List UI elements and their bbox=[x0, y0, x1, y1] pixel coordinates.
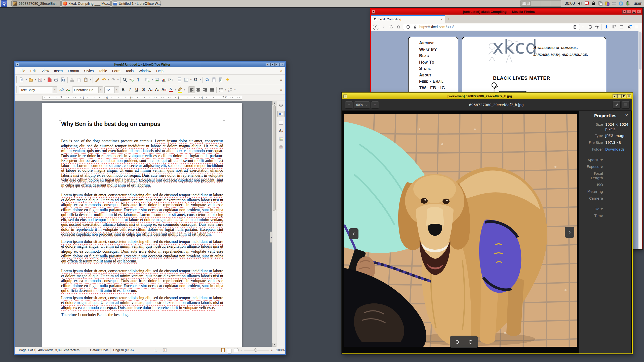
sidebar-navigator-icon[interactable] bbox=[277, 144, 285, 150]
home-button[interactable] bbox=[395, 24, 402, 30]
volume-icon[interactable] bbox=[577, 1, 583, 6]
library-icon[interactable] bbox=[611, 24, 617, 30]
photo-golden-retriever[interactable] bbox=[344, 114, 577, 347]
indent-marker-left[interactable] bbox=[60, 96, 63, 98]
qubes-icon[interactable] bbox=[618, 1, 624, 6]
close-button[interactable]: × bbox=[280, 63, 284, 66]
export-pdf-icon[interactable] bbox=[46, 76, 53, 83]
window-menu-icon[interactable]: ▾ bbox=[343, 95, 347, 98]
toolbar-overflow-icon[interactable]: » bbox=[278, 86, 285, 93]
superscript-icon[interactable]: A2 bbox=[147, 86, 154, 93]
table-dropdown[interactable]: ▾ bbox=[151, 79, 153, 81]
menu-hamburger-icon[interactable] bbox=[633, 24, 640, 30]
shade-button[interactable]: ▴ bbox=[613, 94, 617, 98]
print-icon[interactable] bbox=[53, 76, 60, 83]
xkcd-nav-blag[interactable]: Blag bbox=[419, 53, 458, 59]
xkcd-nav-feed-email[interactable]: Feed · Email bbox=[419, 78, 458, 85]
url-bar[interactable]: https://xkcd.com/303/ bbox=[403, 24, 580, 30]
font-size-dropdown[interactable]: ▾ bbox=[114, 87, 119, 93]
font-color-dropdown[interactable]: ▾ bbox=[174, 89, 177, 91]
field-dropdown[interactable]: ▾ bbox=[190, 79, 192, 81]
shade-button[interactable]: ▴ bbox=[266, 63, 270, 66]
document-paragraph[interactable]: Lorem ipsum dolor sit amet, consectetur … bbox=[61, 268, 223, 293]
horizontal-ruler[interactable]: 1234567 bbox=[15, 95, 285, 101]
menu-form[interactable]: Form bbox=[110, 67, 123, 74]
bookmark-star-icon[interactable] bbox=[594, 24, 599, 30]
special-character-dropdown[interactable]: ▾ bbox=[199, 79, 202, 81]
indent-marker-right[interactable] bbox=[222, 96, 225, 98]
save-icon[interactable] bbox=[37, 76, 44, 83]
window-menu-icon[interactable]: ▾ bbox=[16, 63, 19, 66]
tab-xkcd[interactable]: xkcd: Compiling × bbox=[371, 15, 445, 23]
back-button[interactable] bbox=[373, 24, 379, 30]
sidebar-properties-icon[interactable] bbox=[277, 111, 285, 117]
user-menu[interactable]: user bbox=[634, 1, 641, 6]
writer-titlebar[interactable]: ▾ [work] Untitled 1 - LibreOffice Writer… bbox=[15, 62, 285, 67]
insert-hyperlink-icon[interactable] bbox=[204, 76, 211, 83]
toolbar-overflow-icon[interactable]: » bbox=[278, 76, 285, 83]
menu-edit[interactable]: Edit bbox=[28, 67, 39, 74]
xkcd-nav-tw-fb-ig[interactable]: TW · FB · IG bbox=[419, 85, 458, 91]
xkcd-nav-archive[interactable]: Archive bbox=[419, 40, 458, 46]
multi-page-view-icon[interactable] bbox=[227, 348, 230, 352]
minimize-button[interactable]: – bbox=[617, 94, 622, 98]
update-style-icon[interactable]: A bbox=[58, 86, 65, 93]
undo-icon[interactable]: ↶ bbox=[101, 76, 107, 83]
highlight-color-icon[interactable] bbox=[177, 86, 183, 93]
menu-styles[interactable]: Styles bbox=[82, 67, 96, 74]
zoom-slider-knob[interactable] bbox=[254, 348, 257, 352]
workspace-2[interactable] bbox=[531, 1, 541, 6]
xkcd-nav-what-if-[interactable]: What If? bbox=[419, 46, 458, 53]
new-tab-button[interactable]: + bbox=[445, 15, 452, 23]
sidebar-settings-gear-icon[interactable] bbox=[277, 102, 285, 109]
tracking-shield-icon[interactable] bbox=[405, 24, 411, 30]
zoom-in-plus[interactable]: + bbox=[271, 348, 273, 352]
tab-close-icon[interactable]: × bbox=[440, 17, 443, 21]
status-page[interactable]: Page 1 of 1 bbox=[19, 348, 36, 352]
properties-close-icon[interactable]: ✕ bbox=[625, 113, 628, 118]
lock-icon[interactable] bbox=[591, 1, 596, 6]
sidebar-gallery-icon[interactable] bbox=[277, 135, 285, 142]
zoom-out-button[interactable]: − bbox=[345, 101, 353, 109]
insert-table-icon[interactable] bbox=[144, 76, 151, 83]
xkcd-nav-about[interactable]: About bbox=[419, 72, 458, 78]
subscript-icon[interactable]: A2 bbox=[154, 86, 160, 93]
bullet-dropdown[interactable]: ▾ bbox=[224, 89, 227, 91]
status-language[interactable]: English (USA) bbox=[113, 348, 134, 352]
maximize-button[interactable] bbox=[632, 10, 636, 14]
numbered-list-icon[interactable]: 1.2. bbox=[227, 86, 234, 93]
paragraph-style-dropdown[interactable]: ▾ bbox=[53, 87, 57, 93]
workspace-4[interactable] bbox=[551, 1, 561, 6]
font-size-combo[interactable]: 12▾ bbox=[104, 86, 119, 93]
document-paragraph[interactable]: Therefore I conclude: Ben is the best do… bbox=[61, 312, 223, 317]
paste-icon[interactable] bbox=[82, 76, 89, 83]
new-style-icon[interactable]: A bbox=[65, 86, 71, 93]
bullet-list-icon[interactable] bbox=[218, 86, 224, 93]
page-break-icon[interactable] bbox=[176, 76, 183, 83]
paragraph-style-combo[interactable]: Text Body▾ bbox=[19, 86, 57, 93]
task-button[interactable]: Untitled 1 - LibreOffice W... bbox=[111, 1, 161, 7]
task-button[interactable]: xkcd: Compiling ___ Moz... bbox=[61, 1, 111, 7]
font-color-icon[interactable]: A bbox=[167, 86, 174, 93]
sidebar-page-icon[interactable] bbox=[277, 119, 285, 125]
property-value[interactable]: Downloads bbox=[605, 147, 625, 152]
previous-image-button[interactable] bbox=[349, 228, 358, 239]
window-menu-icon[interactable]: ▾ bbox=[372, 10, 375, 14]
align-justify-icon[interactable] bbox=[209, 86, 215, 93]
workspace-3[interactable] bbox=[541, 1, 551, 6]
maximize-button[interactable] bbox=[622, 94, 626, 98]
workspace-1[interactable] bbox=[521, 1, 531, 6]
align-left-icon[interactable] bbox=[188, 86, 195, 93]
new-document-icon[interactable] bbox=[18, 76, 25, 83]
page-scrollbar-thumb[interactable] bbox=[639, 32, 641, 70]
menu-file[interactable]: File bbox=[17, 67, 28, 74]
open-dropdown[interactable]: ▾ bbox=[34, 79, 37, 81]
status-wordcount[interactable]: 486 words, 3,098 characters bbox=[38, 348, 79, 352]
sidebar-styles-icon[interactable]: A bbox=[277, 127, 285, 134]
scrollbar-thumb[interactable] bbox=[273, 105, 276, 211]
document-paragraph[interactable]: Lorem ipsum dolor sit amet, consectetur … bbox=[61, 239, 223, 264]
align-right-icon[interactable] bbox=[202, 86, 209, 93]
redo-dropdown[interactable]: ▾ bbox=[117, 79, 119, 81]
single-page-view-icon[interactable] bbox=[221, 348, 225, 352]
copy-icon[interactable] bbox=[75, 76, 82, 83]
